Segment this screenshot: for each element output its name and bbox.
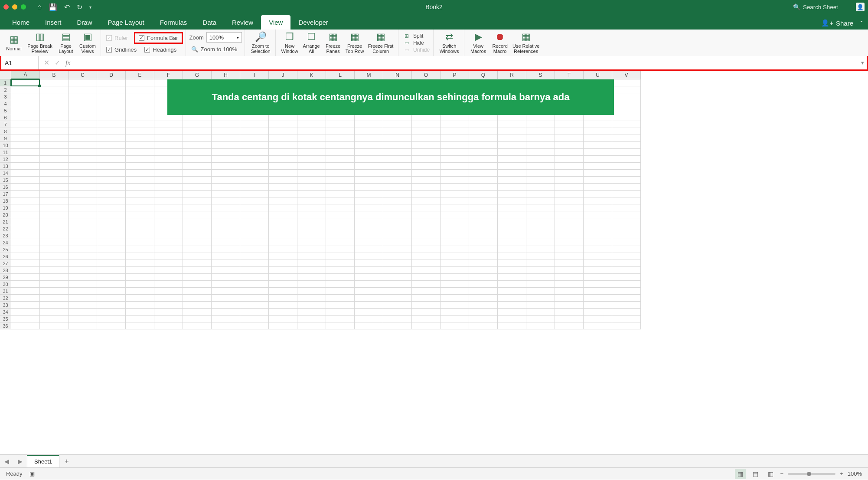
cell[interactable] xyxy=(584,177,612,184)
cell[interactable] xyxy=(326,191,355,197)
cell[interactable] xyxy=(612,135,641,142)
cell[interactable] xyxy=(612,86,641,93)
column-header[interactable]: I xyxy=(240,71,269,79)
cell[interactable] xyxy=(183,170,212,177)
cell[interactable] xyxy=(355,211,383,218)
cell[interactable] xyxy=(212,253,240,260)
cell[interactable] xyxy=(297,225,326,232)
cell[interactable] xyxy=(183,191,212,197)
cell[interactable] xyxy=(40,86,69,93)
cell[interactable] xyxy=(412,156,441,163)
cell[interactable] xyxy=(555,170,584,177)
cell[interactable] xyxy=(526,149,555,156)
cell[interactable] xyxy=(240,288,269,295)
cell[interactable] xyxy=(555,142,584,149)
cell[interactable] xyxy=(584,135,612,142)
cell[interactable] xyxy=(412,225,441,232)
cell[interactable] xyxy=(355,156,383,163)
cell[interactable] xyxy=(40,260,69,267)
cell[interactable] xyxy=(40,128,69,135)
cell[interactable] xyxy=(69,79,97,86)
share-button[interactable]: 👤+ Share xyxy=(821,19,853,27)
cell[interactable] xyxy=(526,142,555,149)
cell[interactable] xyxy=(326,295,355,302)
zoom-to-selection-button[interactable]: 🔎 Zoom to Selection xyxy=(248,30,273,56)
cell[interactable] xyxy=(212,239,240,246)
cell[interactable] xyxy=(154,128,183,135)
cell[interactable] xyxy=(555,322,584,329)
cell[interactable] xyxy=(612,309,641,316)
cell[interactable] xyxy=(69,184,97,191)
cell[interactable] xyxy=(269,267,297,274)
cell[interactable] xyxy=(498,177,526,184)
cell[interactable] xyxy=(69,322,97,329)
cell[interactable] xyxy=(326,322,355,329)
cell[interactable] xyxy=(126,170,154,177)
cell[interactable] xyxy=(412,281,441,288)
cell[interactable] xyxy=(11,191,40,197)
cell[interactable] xyxy=(126,149,154,156)
cell[interactable] xyxy=(154,114,183,121)
cell[interactable] xyxy=(526,274,555,281)
cell[interactable] xyxy=(126,281,154,288)
cell[interactable] xyxy=(526,184,555,191)
cell[interactable] xyxy=(69,100,97,107)
cell[interactable] xyxy=(498,295,526,302)
cell[interactable] xyxy=(97,281,126,288)
cell[interactable] xyxy=(183,163,212,170)
cell[interactable] xyxy=(269,114,297,121)
cell[interactable] xyxy=(383,281,412,288)
cell[interactable] xyxy=(40,142,69,149)
cell[interactable] xyxy=(412,114,441,121)
cell[interactable] xyxy=(326,274,355,281)
fullscreen-window-button[interactable] xyxy=(21,4,26,10)
cell[interactable] xyxy=(555,218,584,225)
sheet-nav-next-icon[interactable]: ▶ xyxy=(13,458,27,465)
cell[interactable] xyxy=(584,191,612,197)
cell[interactable] xyxy=(97,309,126,316)
cell[interactable] xyxy=(612,114,641,121)
cell[interactable] xyxy=(612,316,641,322)
cell[interactable] xyxy=(526,177,555,184)
cell[interactable] xyxy=(69,260,97,267)
cell[interactable] xyxy=(612,267,641,274)
cell[interactable] xyxy=(469,211,498,218)
cell[interactable] xyxy=(240,135,269,142)
cell[interactable] xyxy=(441,281,469,288)
cell[interactable] xyxy=(183,232,212,239)
cell[interactable] xyxy=(97,322,126,329)
minimize-window-button[interactable] xyxy=(12,4,17,10)
cell[interactable] xyxy=(383,267,412,274)
cell[interactable] xyxy=(40,170,69,177)
cell[interactable] xyxy=(297,302,326,309)
cell[interactable] xyxy=(40,184,69,191)
cell[interactable] xyxy=(212,267,240,274)
row-header[interactable]: 9 xyxy=(0,135,11,142)
cell[interactable] xyxy=(469,288,498,295)
cell[interactable] xyxy=(555,191,584,197)
cell[interactable] xyxy=(240,156,269,163)
zoom-100-button[interactable]: 🔍 Zoom to 100% xyxy=(189,45,239,53)
cell[interactable] xyxy=(126,204,154,211)
cell[interactable] xyxy=(412,309,441,316)
column-header[interactable]: R xyxy=(498,71,526,79)
cell[interactable] xyxy=(383,302,412,309)
cell[interactable] xyxy=(526,309,555,316)
row-header[interactable]: 3 xyxy=(0,93,11,100)
cell[interactable] xyxy=(269,149,297,156)
cell[interactable] xyxy=(469,170,498,177)
cell[interactable] xyxy=(355,253,383,260)
cell[interactable] xyxy=(126,288,154,295)
cell[interactable] xyxy=(40,309,69,316)
cell[interactable] xyxy=(97,191,126,197)
cell[interactable] xyxy=(469,149,498,156)
row-header[interactable]: 31 xyxy=(0,288,11,295)
cell[interactable] xyxy=(40,246,69,253)
column-header[interactable]: F xyxy=(154,71,183,79)
cell[interactable] xyxy=(297,253,326,260)
cell[interactable] xyxy=(584,163,612,170)
cell[interactable] xyxy=(383,163,412,170)
cell[interactable] xyxy=(126,211,154,218)
cell[interactable] xyxy=(212,295,240,302)
search-input[interactable] xyxy=(803,4,851,10)
